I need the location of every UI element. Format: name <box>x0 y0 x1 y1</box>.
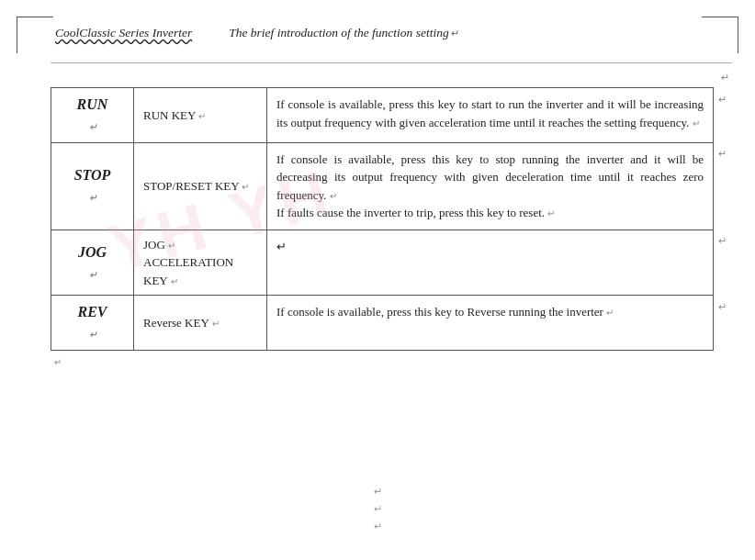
rev-key-return: ↵ <box>212 319 220 329</box>
table-row: JOG ↵ JOG ↵ ACCELERATION KEY ↵ ↵ ↵ <box>51 230 732 296</box>
jog-key-return1: ↵ <box>168 241 175 251</box>
stop-row-return: ↵ <box>714 142 732 230</box>
stop-key-label: STOP/RESET KEY <box>143 179 239 193</box>
run-key-return: ↵ <box>198 111 206 121</box>
rev-desc-return: ↵ <box>606 308 614 318</box>
run-label: RUN <box>77 96 108 112</box>
run-description-cell: If console is available, press this key … <box>267 88 714 143</box>
jog-return-mark: ↵ <box>89 270 96 280</box>
jog-description-cell: ↵ <box>267 230 714 296</box>
header-divider <box>51 62 732 63</box>
jog-key-label-1: JOG <box>143 238 165 252</box>
rev-key-cell: Reverse KEY ↵ <box>134 296 267 351</box>
top-return-mark: ↵ <box>721 72 729 84</box>
table-row: RUN ↵ RUN KEY ↵ If console is available,… <box>51 88 732 143</box>
stop-key-cell: STOP/RESET KEY ↵ <box>134 142 267 230</box>
jog-key-cell: JOG ↵ ACCELERATION KEY ↵ <box>134 230 267 296</box>
stop-description-1: If console is available, press this key … <box>276 152 704 202</box>
run-row-return: ↵ <box>714 88 732 143</box>
run-description: If console is available, press this key … <box>276 97 704 129</box>
run-return-mark: ↵ <box>89 122 96 132</box>
document-title: CoolClassic Series Inverter <box>55 26 192 40</box>
stop-desc-return1: ↵ <box>330 191 337 201</box>
table-row: REV ↵ Reverse KEY ↵ If console is availa… <box>51 296 732 351</box>
footer-return-3: ↵ <box>374 521 382 532</box>
document-subtitle: The brief introduction of the function s… <box>229 26 448 40</box>
rev-description-cell: If console is available, press this key … <box>267 296 714 351</box>
jog-key-label-2: ACCELERATION KEY <box>143 255 233 287</box>
table-row: STOP ↵ STOP/RESET KEY ↵ If console is av… <box>51 142 732 230</box>
stop-description-cell: If console is available, press this key … <box>267 142 714 230</box>
stop-desc-return2: ↵ <box>547 208 555 218</box>
run-key-cell: RUN KEY ↵ <box>134 88 267 143</box>
footer-return-marks: ↵ ↵ ↵ <box>374 486 382 532</box>
stop-label: STOP <box>74 167 111 183</box>
rev-return-mark: ↵ <box>89 330 96 340</box>
run-desc-return: ↵ <box>693 118 700 129</box>
page-header: CoolClassic Series Inverter The brief in… <box>0 26 755 40</box>
stop-key-return: ↵ <box>242 182 249 192</box>
rev-row-return: ↵ <box>714 296 732 351</box>
footer-return-2: ↵ <box>374 503 382 515</box>
jog-label: JOG <box>78 244 107 260</box>
rev-key-label: Reverse KEY <box>143 316 208 330</box>
header-return-mark: ↵ <box>451 28 459 39</box>
stop-description-2: If faults cause the inverter to trip, pr… <box>276 206 545 219</box>
footer-return-1: ↵ <box>374 486 382 498</box>
jog-row-return: ↵ <box>714 230 732 296</box>
jog-key-return2: ↵ <box>171 276 178 286</box>
run-icon-cell: RUN ↵ <box>51 88 134 143</box>
main-content-table: RUN ↵ RUN KEY ↵ If console is available,… <box>51 87 732 369</box>
stop-return-mark: ↵ <box>89 193 96 203</box>
rev-icon-cell: REV ↵ <box>51 296 134 351</box>
jog-icon-cell: JOG ↵ <box>51 230 134 296</box>
rev-label: REV <box>77 304 107 319</box>
run-key-label: RUN KEY <box>143 108 196 122</box>
table-footer-return: ↵ <box>54 357 62 367</box>
jog-description: ↵ <box>276 240 287 253</box>
stop-icon-cell: STOP ↵ <box>51 142 134 230</box>
rev-description: If console is available, press this key … <box>276 305 603 319</box>
